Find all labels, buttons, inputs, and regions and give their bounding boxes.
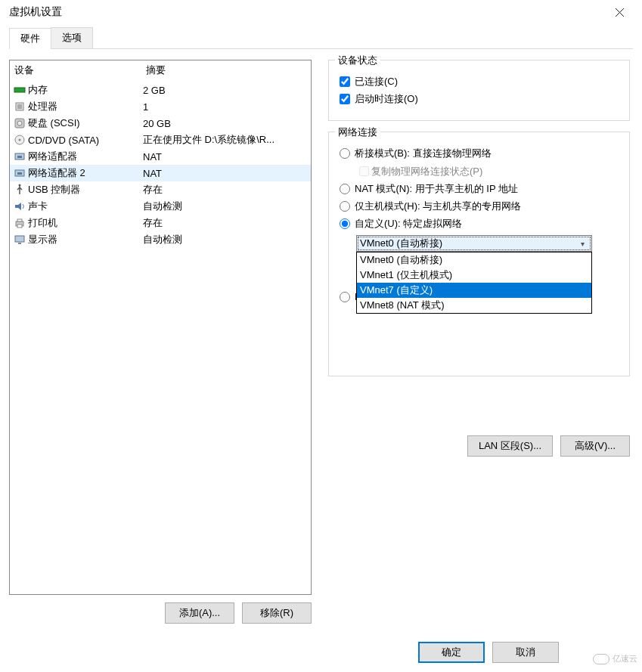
replicate-input bbox=[359, 166, 369, 176]
device-row-usb[interactable]: USB 控制器 存在 bbox=[10, 181, 311, 198]
device-list-header: 设备 摘要 bbox=[10, 60, 311, 82]
connect-at-poweron-checkbox[interactable]: 启动时连接(O) bbox=[340, 92, 619, 106]
nat-input[interactable] bbox=[340, 184, 350, 194]
disc-icon bbox=[13, 133, 26, 147]
tabs: 硬件 选项 bbox=[9, 27, 633, 49]
replicate-checkbox: 复制物理网络连接状态(P) bbox=[356, 164, 619, 178]
device-status-title: 设备状态 bbox=[335, 54, 380, 67]
cpu-icon bbox=[13, 100, 26, 113]
device-summary: 自动检测 bbox=[143, 233, 308, 246]
svg-rect-20 bbox=[17, 225, 22, 228]
device-label: 处理器 bbox=[28, 100, 57, 113]
network-icon bbox=[13, 150, 26, 163]
tab-hardware[interactable]: 硬件 bbox=[9, 28, 51, 49]
advanced-button[interactable]: 高级(V)... bbox=[560, 435, 630, 457]
hostonly-label: 仅主机模式(H): 与主机共享的专用网络 bbox=[355, 200, 521, 213]
device-row-disk[interactable]: 硬盘 (SCSI) 20 GB bbox=[10, 115, 311, 132]
vmnet-option-3[interactable]: VMnet8 (NAT 模式) bbox=[357, 298, 591, 313]
lan-segments-button[interactable]: LAN 区段(S)... bbox=[467, 435, 553, 457]
svg-point-9 bbox=[17, 121, 22, 125]
device-row-sound[interactable]: 声卡 自动检测 bbox=[10, 198, 311, 215]
cancel-button[interactable]: 取消 bbox=[492, 642, 559, 663]
lan-segment-input[interactable] bbox=[340, 292, 350, 302]
device-row-printer[interactable]: 打印机 存在 bbox=[10, 215, 311, 231]
disk-icon bbox=[13, 116, 26, 130]
device-label: 硬盘 (SCSI) bbox=[28, 116, 80, 130]
cloud-icon bbox=[593, 654, 609, 664]
svg-rect-7 bbox=[17, 104, 22, 109]
vmnet-combobox[interactable]: VMnet0 (自动桥接) ▾ bbox=[356, 235, 592, 252]
device-label: 网络适配器 2 bbox=[28, 166, 85, 180]
device-row-display[interactable]: 显示器 自动检测 bbox=[10, 231, 311, 248]
device-label: 网络适配器 bbox=[28, 150, 77, 163]
device-label: 内存 bbox=[28, 83, 48, 97]
monitor-icon bbox=[13, 233, 26, 246]
device-status-group: 设备状态 已连接(C) 启动时连接(O) bbox=[328, 60, 630, 121]
device-summary: 1 bbox=[143, 101, 308, 113]
ok-button[interactable]: 确定 bbox=[418, 642, 485, 663]
device-summary: 2 GB bbox=[143, 85, 308, 96]
connect-at-poweron-input[interactable] bbox=[340, 94, 350, 104]
custom-input[interactable] bbox=[340, 218, 350, 229]
custom-label: 自定义(U): 特定虚拟网络 bbox=[355, 217, 462, 231]
vmnet-selected: VMnet0 (自动桥接) bbox=[360, 237, 576, 250]
tab-options[interactable]: 选项 bbox=[51, 27, 93, 48]
custom-radio[interactable]: 自定义(U): 特定虚拟网络 bbox=[340, 217, 619, 231]
device-row-netadapter[interactable]: 网络适配器 NAT bbox=[10, 148, 311, 165]
connected-label: 已连接(C) bbox=[355, 75, 398, 88]
network-icon bbox=[13, 166, 26, 180]
header-summary: 摘要 bbox=[146, 63, 306, 77]
svg-rect-21 bbox=[15, 236, 24, 242]
vmnet-dropdown-list[interactable]: VMnet0 (自动桥接) VMnet1 (仅主机模式) VMnet7 (自定义… bbox=[356, 252, 592, 314]
device-summary: NAT bbox=[143, 168, 308, 179]
device-row-cddvd[interactable]: CD/DVD (SATA) 正在使用文件 D:\系统镜像\R... bbox=[10, 132, 311, 148]
remove-button[interactable]: 移除(R) bbox=[242, 602, 312, 624]
add-button[interactable]: 添加(A)... bbox=[165, 602, 234, 624]
svg-rect-13 bbox=[17, 156, 22, 158]
bridged-radio[interactable]: 桥接模式(B): 直接连接物理网络 bbox=[340, 147, 619, 160]
nat-radio[interactable]: NAT 模式(N): 用于共享主机的 IP 地址 bbox=[340, 182, 619, 196]
hostonly-radio[interactable]: 仅主机模式(H): 与主机共享的专用网络 bbox=[340, 200, 619, 213]
chevron-down-icon: ▾ bbox=[576, 240, 588, 248]
sound-icon bbox=[13, 200, 26, 213]
svg-rect-5 bbox=[22, 89, 23, 91]
replicate-label: 复制物理网络连接状态(P) bbox=[371, 165, 482, 178]
device-label: 声卡 bbox=[28, 200, 48, 213]
device-row-memory[interactable]: 内存 2 GB bbox=[10, 82, 311, 98]
connected-checkbox[interactable]: 已连接(C) bbox=[340, 75, 619, 88]
svg-rect-19 bbox=[17, 219, 22, 221]
device-label: CD/DVD (SATA) bbox=[28, 135, 99, 146]
connect-at-poweron-label: 启动时连接(O) bbox=[355, 92, 418, 106]
usb-icon bbox=[13, 183, 26, 197]
svg-point-16 bbox=[19, 184, 21, 187]
watermark-text: 亿速云 bbox=[613, 653, 637, 664]
vmnet-option-1[interactable]: VMnet1 (仅主机模式) bbox=[357, 268, 591, 283]
connected-input[interactable] bbox=[340, 76, 350, 87]
bridged-input[interactable] bbox=[340, 148, 350, 159]
nat-label: NAT 模式(N): 用于共享主机的 IP 地址 bbox=[355, 182, 518, 196]
printer-icon bbox=[13, 216, 26, 230]
device-label: 打印机 bbox=[28, 216, 57, 230]
device-list[interactable]: 设备 摘要 内存 2 GB 处理器 1 硬盘 (SCSI) 20 GB CD bbox=[9, 60, 312, 595]
close-button[interactable] bbox=[603, 1, 636, 23]
device-summary: 20 GB bbox=[143, 118, 308, 129]
device-row-cpu[interactable]: 处理器 1 bbox=[10, 98, 311, 115]
device-summary: 正在使用文件 D:\系统镜像\R... bbox=[143, 133, 308, 147]
hostonly-input[interactable] bbox=[340, 201, 350, 212]
svg-rect-22 bbox=[18, 243, 21, 244]
memory-icon bbox=[13, 83, 26, 97]
vmnet-option-0[interactable]: VMnet0 (自动桥接) bbox=[357, 252, 591, 268]
device-row-netadapter2[interactable]: 网络适配器 2 NAT bbox=[10, 165, 311, 181]
device-summary: 存在 bbox=[143, 183, 308, 197]
svg-rect-4 bbox=[19, 89, 20, 91]
svg-marker-17 bbox=[15, 203, 21, 210]
device-summary: NAT bbox=[143, 151, 308, 163]
network-connection-title: 网络连接 bbox=[335, 125, 380, 139]
svg-rect-3 bbox=[16, 89, 17, 91]
device-summary: 自动检测 bbox=[143, 200, 308, 213]
device-summary: 存在 bbox=[143, 216, 308, 230]
svg-point-11 bbox=[19, 139, 21, 141]
network-connection-group: 网络连接 桥接模式(B): 直接连接物理网络 复制物理网络连接状态(P) NAT… bbox=[328, 132, 630, 376]
bridged-label: 桥接模式(B): 直接连接物理网络 bbox=[355, 147, 492, 160]
vmnet-option-2[interactable]: VMnet7 (自定义) bbox=[357, 283, 591, 298]
